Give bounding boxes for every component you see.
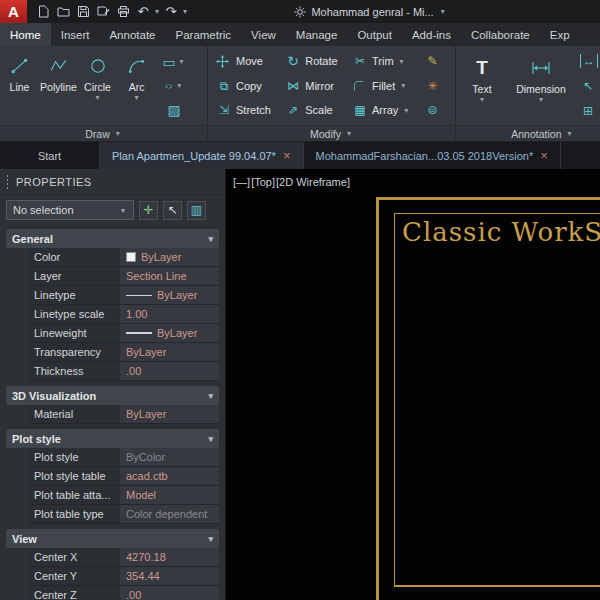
section-header-3d-visualization[interactable]: 3D Visualization ▾ — [6, 386, 219, 405]
file-tab-start[interactable]: Start — [0, 142, 100, 169]
mirror-button[interactable]: ⋈ Mirror — [285, 74, 344, 98]
tab-manage[interactable]: Manage — [286, 23, 348, 46]
viewport-view-control[interactable]: [Top] — [251, 176, 275, 188]
array-flyout-icon[interactable]: ▾ — [402, 106, 410, 115]
leader-button[interactable]: ↖ Lea — [580, 74, 600, 98]
plot-icon[interactable] — [113, 2, 133, 22]
property-value[interactable]: ByLayer — [120, 248, 219, 266]
polyline-button[interactable]: Polyline — [39, 46, 78, 125]
new-file-icon[interactable] — [33, 2, 53, 22]
undo-dropdown-icon[interactable]: ▾ — [153, 7, 161, 16]
circle-flyout-icon[interactable]: ▾ — [95, 93, 99, 102]
property-value[interactable]: Section Line — [120, 267, 219, 285]
property-value[interactable]: acad.ctb — [120, 467, 219, 485]
drawing-border-bottom-horizontal[interactable] — [394, 585, 600, 587]
save-as-icon[interactable] — [93, 2, 113, 22]
property-value[interactable]: 4270.18 — [120, 548, 219, 566]
offset-button[interactable]: ⊜ — [425, 98, 447, 122]
tab-add-ins[interactable]: Add-ins — [402, 23, 461, 46]
file-tab-plan-apartmen[interactable]: Plan Apartmen_Update 99.04.07* × — [100, 142, 304, 169]
tab-output[interactable]: Output — [347, 23, 402, 46]
save-icon[interactable] — [73, 2, 93, 22]
section-header-plot-style[interactable]: Plot style ▾ — [6, 429, 219, 448]
section-header-view[interactable]: View ▾ — [6, 529, 219, 548]
array-button[interactable]: ▦ Array ▾ — [352, 98, 417, 122]
property-value[interactable]: Model — [120, 486, 219, 504]
arc-flyout-icon[interactable]: ▾ — [134, 93, 138, 102]
property-value[interactable]: .00 — [120, 586, 219, 600]
close-tab-icon[interactable]: × — [283, 149, 291, 162]
property-value[interactable]: .00 — [120, 362, 219, 380]
property-value[interactable]: 354.44 — [120, 567, 219, 585]
tab-view[interactable]: View — [241, 23, 286, 46]
drawing-border-outer-vertical[interactable] — [376, 197, 379, 600]
rotate-button[interactable]: ↻ Rotate — [285, 49, 344, 73]
explode-button[interactable]: ✳ — [425, 74, 447, 98]
text-button[interactable]: T Text ▾ — [462, 48, 502, 123]
property-label: Linetype — [28, 286, 120, 304]
section-header-general[interactable]: General ▾ — [6, 229, 219, 248]
autocad-logo[interactable]: A — [0, 0, 27, 23]
text-flyout-icon[interactable]: ▾ — [480, 95, 484, 104]
annotation-panel-footer[interactable]: Annotation ▾ — [456, 125, 600, 141]
viewport-visual-style-control[interactable]: [2D Wireframe] — [276, 176, 350, 188]
fillet-flyout-icon[interactable]: ▾ — [399, 81, 407, 90]
property-value[interactable]: ByLayer — [120, 324, 219, 342]
linear-dimension-button[interactable]: ↔ Line — [580, 49, 600, 73]
tab-collaborate[interactable]: Collaborate — [461, 23, 540, 46]
undo-icon[interactable]: ↶ — [133, 2, 153, 22]
drawing-border-inner-vertical[interactable] — [394, 213, 395, 587]
rectangle-flyout-icon[interactable]: ▾ — [178, 57, 186, 66]
drawing-title-text[interactable]: Classic WorkSp — [402, 217, 600, 247]
hatch-button[interactable]: ▨ — [158, 99, 190, 121]
open-folder-icon[interactable] — [53, 2, 73, 22]
line-button[interactable]: Line — [0, 46, 39, 125]
title-dropdown-icon[interactable]: ▾ — [439, 7, 447, 16]
scale-button[interactable]: ⇗ Scale — [285, 98, 344, 122]
circle-button[interactable]: Circle ▾ — [78, 46, 117, 125]
ellipse-button[interactable]: ○ ▾ — [158, 75, 190, 97]
property-value[interactable]: 1.00 — [120, 305, 219, 323]
property-value[interactable]: ByLayer — [120, 343, 219, 361]
dimension-button[interactable]: Dimension ▾ — [510, 48, 572, 123]
tab-insert[interactable]: Insert — [51, 23, 100, 46]
properties-palette-titlebar[interactable]: PROPERTIES — [0, 169, 225, 195]
drawing-border-outer-horizontal[interactable] — [376, 197, 600, 200]
arc-button[interactable]: Arc ▾ — [117, 46, 156, 125]
property-value[interactable]: ByLayer — [120, 286, 219, 304]
copy-button[interactable]: ⧉ Copy — [216, 74, 277, 98]
property-value[interactable]: ByLayer — [120, 405, 219, 423]
viewport-menu-control[interactable]: [—] — [233, 176, 250, 188]
file-tab-label: Plan Apartmen_Update 99.04.07* — [112, 150, 276, 162]
drawing-canvas[interactable]: [—] [Top] [2D Wireframe] Classic WorkSp — [226, 169, 600, 600]
dimension-flyout-icon[interactable]: ▾ — [539, 95, 543, 104]
file-tab-mohammad[interactable]: MohammadFarshacian...03.05 2018Version* … — [304, 142, 561, 169]
erase-button[interactable]: ✎ — [425, 49, 447, 73]
tab-home[interactable]: Home — [0, 23, 51, 46]
fillet-button[interactable]: Fillet ▾ — [352, 74, 417, 98]
drawing-border-inner-horizontal[interactable] — [394, 213, 600, 214]
tab-annotate[interactable]: Annotate — [99, 23, 165, 46]
redo-dropdown-icon[interactable]: ▾ — [181, 7, 189, 16]
select-objects-button[interactable]: ↖ — [163, 201, 182, 220]
close-tab-icon[interactable]: × — [540, 149, 548, 162]
leader-icon: ↖ — [580, 79, 596, 93]
modify-panel-footer[interactable]: Modify ▾ — [208, 125, 455, 141]
rectangle-button[interactable]: ▭ ▾ — [158, 51, 190, 73]
trim-flyout-icon[interactable]: ▾ — [398, 57, 406, 66]
selection-dropdown[interactable]: No selection ▾ — [6, 200, 134, 220]
toggle-pickadd-button[interactable]: ✛ — [139, 201, 158, 220]
ellipse-flyout-icon[interactable]: ▾ — [175, 81, 183, 90]
tab-express[interactable]: Exp — [540, 23, 580, 46]
palette-grip-icon[interactable] — [5, 174, 10, 189]
stretch-button[interactable]: ⇲ Stretch — [216, 98, 277, 122]
draw-panel-footer[interactable]: Draw ▾ — [0, 125, 207, 141]
trim-button[interactable]: ✂ Trim ▾ — [352, 49, 417, 73]
window-title[interactable]: Mohammad genral - Mi... ▾ — [294, 6, 446, 18]
redo-icon[interactable]: ↷ — [161, 2, 181, 22]
tab-parametric[interactable]: Parametric — [166, 23, 242, 46]
draw-mini-column: ▭ ▾ ○ ▾ ▨ — [156, 46, 190, 125]
table-button[interactable]: ⊞ Tab — [580, 99, 600, 123]
move-button[interactable]: Move — [216, 49, 277, 73]
quick-select-button[interactable]: ▥ — [187, 201, 206, 220]
